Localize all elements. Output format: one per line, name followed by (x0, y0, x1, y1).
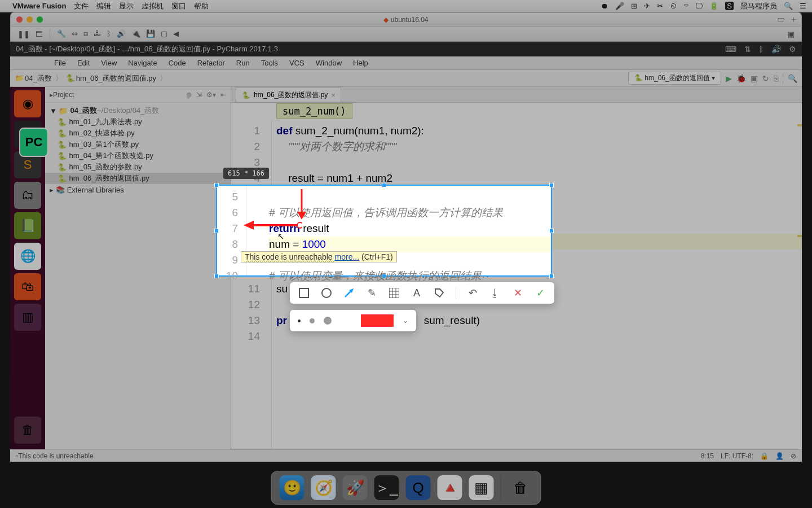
external-libraries[interactable]: External Libraries (67, 186, 124, 194)
status-search-icon[interactable]: 🔍 (784, 2, 793, 10)
vm-snapshot-icon[interactable]: 🗔 (36, 30, 43, 38)
structure-crumb[interactable]: sum_2_num() (276, 103, 352, 119)
dock-vmware-icon[interactable]: ▦ (469, 475, 494, 500)
status-lock-icon[interactable]: 🔒 (760, 452, 769, 460)
anno-ellipse-icon[interactable] (320, 287, 333, 299)
launcher-trash-icon[interactable]: 🗑 (14, 417, 41, 444)
status-caret-pos[interactable]: 8:15 (701, 452, 714, 460)
close-tab-icon[interactable]: × (331, 91, 335, 99)
pc-menu-vcs[interactable]: VCS (285, 58, 309, 68)
launcher-app-icon[interactable]: ▥ (14, 304, 41, 331)
status-plus-icon[interactable]: ⊞ (631, 2, 637, 10)
pc-menu-code[interactable]: Code (164, 58, 191, 68)
project-file[interactable]: hm_03_第1个函数.py (69, 139, 139, 150)
stroke-size-medium[interactable] (310, 318, 315, 323)
status-mic-icon[interactable]: 🎤 (615, 2, 624, 10)
window-minimize-icon[interactable] (27, 16, 33, 23)
project-file[interactable]: hm_05_函数的参数.py (69, 162, 142, 172)
window-close-icon[interactable] (16, 16, 23, 23)
pc-menu-window[interactable]: Window (311, 58, 346, 68)
launcher-pycharm-icon[interactable]: PC (20, 129, 47, 156)
tooltip-more-link[interactable]: more... (335, 252, 360, 261)
pc-keyboard-icon[interactable]: ⌨ (725, 45, 736, 54)
git-icon[interactable]: ⎘ (774, 74, 778, 83)
pc-menu-refactor[interactable]: Refactor (193, 58, 230, 68)
mac-app-name[interactable]: VMware Fusion (12, 2, 66, 10)
anno-pen-icon[interactable]: ✎ (365, 287, 378, 299)
status-warn-icon[interactable]: ⊘ (791, 452, 796, 460)
pc-volume-icon[interactable]: 🔊 (771, 45, 781, 54)
anno-confirm-icon[interactable]: ✓ (534, 287, 546, 299)
project-file-selected[interactable]: hm_06_函数的返回值.py (69, 173, 149, 183)
pc-menu-navigate[interactable]: Navigate (123, 58, 161, 68)
anno-tag-icon[interactable] (433, 287, 445, 299)
mac-menu-window[interactable]: 窗口 (171, 1, 186, 11)
stroke-size-large[interactable] (324, 317, 332, 325)
pc-menu-help[interactable]: Help (348, 58, 373, 68)
coverage-icon[interactable]: ▣ (751, 74, 758, 83)
dock-terminal-icon[interactable]: ＞_ (374, 475, 399, 500)
project-target-icon[interactable]: ⊚ (186, 91, 192, 99)
breadcrumb-dir[interactable]: 04_函数 (25, 73, 52, 84)
vm-newtab-icon[interactable]: ＋ (789, 14, 798, 25)
status-wifi-icon[interactable]: ⌔ (684, 2, 689, 10)
pc-sync-icon[interactable]: ⇅ (744, 45, 751, 54)
anno-download-icon[interactable]: ⭳ (489, 287, 501, 299)
ubuntu-dash-icon[interactable]: ◉ (14, 90, 41, 117)
vm-tool-box-icon[interactable]: ⧈ (83, 29, 88, 38)
pc-menu-run[interactable]: Run (232, 58, 254, 68)
vm-tool-wrench-icon[interactable]: 🔧 (57, 29, 66, 38)
project-file[interactable]: hm_01_九九乘法表.py (69, 117, 142, 127)
status-battery-icon[interactable]: 🔋 (709, 2, 718, 10)
status-scissors-icon[interactable]: ✂ (657, 2, 663, 10)
project-hide-icon[interactable]: ⇤ (220, 91, 226, 99)
mac-menu-view[interactable]: 显示 (119, 1, 134, 11)
stop-icon[interactable]: ↻ (762, 74, 769, 83)
status-record-icon[interactable]: ⏺ (601, 2, 608, 10)
status-clock-icon[interactable]: ⏲ (670, 2, 677, 10)
vm-maximize-icon[interactable]: ▭ (777, 14, 785, 25)
pc-menu-file[interactable]: File (50, 58, 70, 68)
vm-tool-left-icon[interactable]: ▢ (161, 29, 167, 38)
breadcrumb-file[interactable]: hm_06_函数的返回值.py (76, 73, 156, 84)
pc-menu-view[interactable]: View (96, 58, 121, 68)
editor-tab[interactable]: 🐍 hm_06_函数的返回值.py × (236, 87, 341, 102)
launcher-files-icon[interactable]: 🗂 (14, 182, 41, 209)
project-file[interactable]: hm_02_快速体验.py (69, 128, 134, 138)
vm-tool-sound-icon[interactable]: 🔊 (117, 29, 126, 38)
anno-cancel-icon[interactable]: ✕ (511, 287, 524, 299)
anno-text-icon[interactable]: A (411, 287, 423, 299)
status-display-icon[interactable]: 🖵 (695, 2, 703, 10)
project-file[interactable]: hm_04_第1个函数改造.py (69, 151, 153, 161)
anno-mosaic-icon[interactable] (388, 287, 400, 299)
color-swatch[interactable] (361, 314, 394, 327)
launcher-chrome-icon[interactable]: 🌐 (14, 243, 41, 270)
mac-menu-edit[interactable]: 编辑 (96, 1, 111, 11)
run-icon[interactable]: ▶ (726, 74, 732, 83)
project-gear-icon[interactable]: ⚙▾ (206, 91, 216, 99)
breadcrumb[interactable]: 📁 04_函数 〉 🐍 hm_06_函数的返回值.py 〉 (15, 73, 169, 84)
project-tab-label[interactable]: Project (53, 91, 74, 99)
status-hector-icon[interactable]: 👤 (775, 452, 784, 460)
status-user-name[interactable]: 黑马程序员 (740, 1, 777, 11)
vm-fullscreen-icon[interactable]: ▣ (788, 30, 795, 38)
status-send-icon[interactable]: ✈ (644, 2, 650, 10)
pc-bt-icon[interactable]: ᛒ (759, 45, 764, 54)
anno-rect-icon[interactable] (298, 287, 310, 299)
project-tree[interactable]: ▼ 📁04_函数 ~/Desktop/04_函数 🐍hm_01_九九乘法表.py… (45, 103, 231, 449)
anno-undo-icon[interactable]: ↶ (466, 287, 479, 299)
pc-menu-tools[interactable]: Tools (257, 58, 283, 68)
stroke-size-small[interactable] (298, 319, 301, 322)
dock-finder-icon[interactable]: 🙂 (280, 475, 304, 500)
error-stripe[interactable] (795, 120, 802, 449)
status-encoding[interactable]: LF: UTF-8: (721, 452, 753, 460)
run-config-selector[interactable]: 🐍 hm_06_函数的返回值 ▾ (628, 72, 721, 85)
anno-arrow-icon[interactable] (343, 287, 355, 299)
dock-quicktime-icon[interactable]: Q (406, 475, 431, 500)
mac-menu-vm[interactable]: 虚拟机 (142, 1, 164, 11)
dock-vlc-icon[interactable]: 🔺 (438, 475, 462, 500)
vm-pause-icon[interactable]: ❚❚ (17, 30, 30, 38)
vm-tool-right-icon[interactable]: ◀ (173, 29, 179, 38)
launcher-software-icon[interactable]: 🛍 (14, 273, 41, 300)
vm-tool-disk-icon[interactable]: 💾 (146, 29, 155, 38)
